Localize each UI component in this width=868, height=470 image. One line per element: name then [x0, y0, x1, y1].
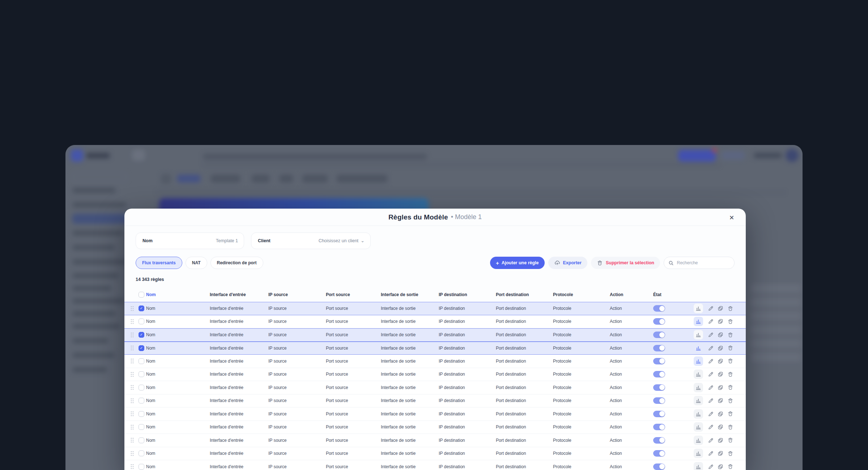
copy-icon[interactable]: [717, 463, 724, 470]
row-checkbox[interactable]: ✓: [139, 437, 144, 443]
state-toggle[interactable]: [653, 411, 665, 417]
bar-chart-icon[interactable]: [694, 449, 703, 458]
trash-icon[interactable]: [727, 305, 733, 312]
pencil-icon[interactable]: [707, 450, 714, 457]
state-toggle[interactable]: [653, 397, 665, 404]
row-checkbox[interactable]: ✓: [139, 464, 144, 470]
select-all-checkbox[interactable]: [139, 292, 144, 298]
pencil-icon[interactable]: [707, 411, 714, 417]
row-checkbox[interactable]: ✓: [139, 424, 144, 430]
trash-icon[interactable]: [727, 384, 733, 391]
drag-handle-icon[interactable]: [131, 398, 139, 403]
state-toggle[interactable]: [653, 305, 665, 312]
drag-handle-icon[interactable]: [131, 385, 139, 390]
copy-icon[interactable]: [717, 424, 724, 430]
trash-icon[interactable]: [727, 332, 733, 338]
bar-chart-icon[interactable]: [694, 317, 703, 326]
row-checkbox[interactable]: ✓: [139, 345, 144, 351]
table-row[interactable]: ✓ Nom Interface d'entrée IP source Port …: [124, 421, 746, 434]
row-checkbox[interactable]: ✓: [139, 450, 144, 456]
copy-icon[interactable]: [717, 384, 724, 391]
pencil-icon[interactable]: [707, 397, 714, 404]
row-checkbox[interactable]: ✓: [139, 332, 144, 338]
copy-icon[interactable]: [717, 411, 724, 417]
bar-chart-icon[interactable]: [694, 330, 703, 339]
drag-handle-icon[interactable]: [131, 372, 139, 377]
trash-icon[interactable]: [727, 358, 733, 364]
drag-handle-icon[interactable]: [131, 319, 139, 324]
table-row[interactable]: ✓ Nom Interface d'entrée IP source Port …: [124, 302, 746, 315]
drag-handle-icon[interactable]: [131, 306, 139, 311]
drag-handle-icon[interactable]: [131, 411, 139, 416]
pencil-icon[interactable]: [707, 371, 714, 377]
state-toggle[interactable]: [653, 463, 665, 470]
pencil-icon[interactable]: [707, 437, 714, 444]
bar-chart-icon[interactable]: [694, 396, 703, 405]
copy-icon[interactable]: [717, 450, 724, 457]
drag-handle-icon[interactable]: [131, 451, 139, 456]
client-filter-select[interactable]: Client Choisissez un client ⌄: [251, 232, 371, 249]
copy-icon[interactable]: [717, 371, 724, 377]
copy-icon[interactable]: [717, 358, 724, 364]
table-row[interactable]: ✓ Nom Interface d'entrée IP source Port …: [124, 315, 746, 329]
state-toggle[interactable]: [653, 424, 665, 430]
bar-chart-icon[interactable]: [694, 383, 703, 392]
trash-icon[interactable]: [727, 318, 733, 325]
trash-icon[interactable]: [727, 397, 733, 404]
copy-icon[interactable]: [717, 345, 724, 351]
state-toggle[interactable]: [653, 437, 665, 444]
bar-chart-icon[interactable]: [694, 304, 703, 313]
state-toggle[interactable]: [653, 371, 665, 377]
trash-icon[interactable]: [727, 371, 733, 377]
pencil-icon[interactable]: [707, 358, 714, 364]
bar-chart-icon[interactable]: [694, 369, 703, 379]
drag-handle-icon[interactable]: [131, 464, 139, 469]
trash-icon[interactable]: [727, 411, 733, 417]
search-input[interactable]: [677, 260, 730, 265]
pencil-icon[interactable]: [707, 345, 714, 351]
table-row[interactable]: ✓ Nom Interface d'entrée IP source Port …: [124, 342, 746, 355]
name-filter-input[interactable]: Nom Template 1: [136, 232, 244, 249]
export-button[interactable]: Exporter: [548, 257, 587, 269]
chip-nat[interactable]: NAT: [186, 257, 207, 269]
state-toggle[interactable]: [653, 345, 665, 351]
table-row[interactable]: ✓ Nom Interface d'entrée IP source Port …: [124, 368, 746, 381]
copy-icon[interactable]: [717, 305, 724, 312]
drag-handle-icon[interactable]: [131, 332, 139, 338]
add-rule-button[interactable]: + Ajouter une règle: [490, 257, 545, 269]
column-header-nom[interactable]: Nom: [146, 292, 210, 297]
table-row[interactable]: ✓ Nom Interface d'entrée IP source Port …: [124, 407, 746, 421]
pencil-icon[interactable]: [707, 305, 714, 312]
row-checkbox[interactable]: ✓: [139, 306, 144, 311]
drag-handle-icon[interactable]: [131, 345, 139, 351]
state-toggle[interactable]: [653, 332, 665, 338]
table-row[interactable]: ✓ Nom Interface d'entrée IP source Port …: [124, 328, 746, 342]
table-row[interactable]: ✓ Nom Interface d'entrée IP source Port …: [124, 460, 746, 470]
row-checkbox[interactable]: ✓: [139, 319, 144, 324]
state-toggle[interactable]: [653, 384, 665, 391]
trash-icon[interactable]: [727, 345, 733, 351]
state-toggle[interactable]: [653, 358, 665, 364]
copy-icon[interactable]: [717, 397, 724, 404]
state-toggle[interactable]: [653, 318, 665, 325]
bar-chart-icon[interactable]: [694, 356, 703, 366]
copy-icon[interactable]: [717, 332, 724, 338]
chip-flux-traversants[interactable]: Flux traversants: [136, 257, 182, 269]
row-checkbox[interactable]: ✓: [139, 358, 144, 364]
bar-chart-icon[interactable]: [694, 343, 703, 353]
copy-icon[interactable]: [717, 437, 724, 444]
pencil-icon[interactable]: [707, 463, 714, 470]
trash-icon[interactable]: [727, 450, 733, 457]
row-checkbox[interactable]: ✓: [139, 371, 144, 377]
state-toggle[interactable]: [653, 450, 665, 457]
trash-icon[interactable]: [727, 463, 733, 470]
drag-handle-icon[interactable]: [131, 358, 139, 364]
table-row[interactable]: ✓ Nom Interface d'entrée IP source Port …: [124, 355, 746, 368]
row-checkbox[interactable]: ✓: [139, 398, 144, 403]
bar-chart-icon[interactable]: [694, 422, 703, 432]
bar-chart-icon[interactable]: [694, 462, 703, 470]
copy-icon[interactable]: [717, 318, 724, 325]
table-row[interactable]: ✓ Nom Interface d'entrée IP source Port …: [124, 447, 746, 461]
row-checkbox[interactable]: ✓: [139, 385, 144, 390]
trash-icon[interactable]: [727, 424, 733, 430]
